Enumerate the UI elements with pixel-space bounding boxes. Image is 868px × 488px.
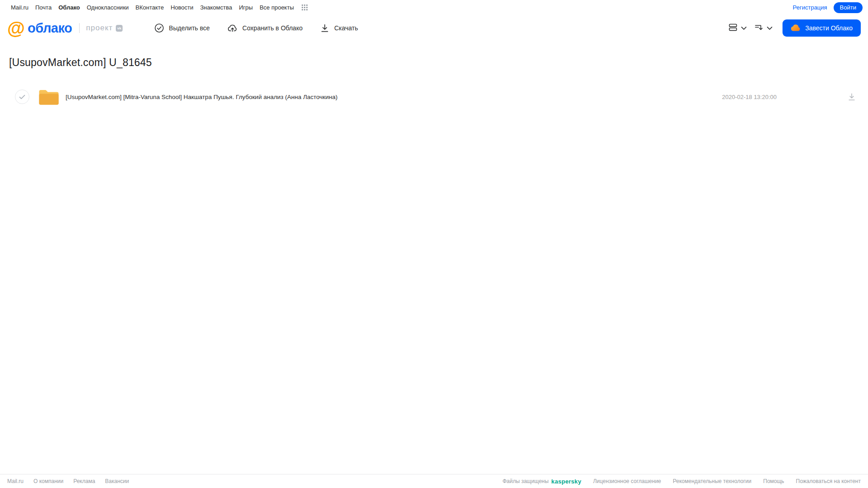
main-content: [UsupovMarket.com] U_81645 [UsupovMarket…	[0, 41, 868, 474]
list-view-icon	[728, 23, 738, 33]
footer-link-recommendation-tech[interactable]: Рекомендательные технологии	[673, 478, 752, 484]
view-mode-button[interactable]	[728, 23, 747, 33]
topnav-item-mail[interactable]: Почта	[35, 4, 52, 11]
topnav-item-vkontakte[interactable]: ВКонтакте	[136, 4, 164, 11]
cloud-logo[interactable]: @ облако проект vk	[7, 19, 123, 37]
download-icon	[320, 23, 330, 33]
page-footer: Mail.ru О компании Реклама Вакансии Файл…	[0, 474, 868, 488]
footer-link-license[interactable]: Лицензионное соглашение	[593, 478, 661, 484]
topnav-item-mailru[interactable]: Mail.ru	[11, 4, 28, 11]
footer-right-links: Файлы защищены kaspersky Лицензионное со…	[503, 478, 861, 485]
portal-top-nav: Mail.ru Почта Облако Одноклассники ВКонт…	[0, 0, 868, 15]
file-name-link[interactable]: [UsupovMarket.com] [Mitra-Varuna School]…	[66, 94, 722, 100]
protected-by-label: Файлы защищены	[503, 478, 549, 484]
kaspersky-protection: Файлы защищены kaspersky	[503, 478, 581, 485]
topnav-item-odnoklassniki[interactable]: Одноклассники	[87, 4, 129, 11]
sort-button[interactable]	[754, 23, 773, 33]
mailru-at-icon: @	[7, 19, 25, 37]
registration-link[interactable]: Регистрация	[793, 4, 827, 11]
cloud-icon	[791, 24, 801, 33]
footer-link-mailru[interactable]: Mail.ru	[7, 478, 24, 484]
cloud-upload-icon	[227, 23, 238, 33]
file-toolbar: Выделить все Сохранить в Облако Скачать	[154, 23, 358, 33]
topnav-item-news[interactable]: Новости	[171, 4, 193, 11]
select-all-label: Выделить все	[169, 24, 210, 32]
portal-links: Mail.ru Почта Облако Одноклассники ВКонт…	[11, 4, 308, 11]
footer-left-links: Mail.ru О компании Реклама Вакансии	[7, 478, 129, 484]
folder-icon[interactable]	[38, 88, 59, 105]
save-to-cloud-label: Сохранить в Облако	[242, 24, 303, 32]
save-to-cloud-button[interactable]: Сохранить в Облако	[227, 23, 303, 33]
topnav-item-cloud[interactable]: Облако	[58, 4, 80, 11]
chevron-down-icon	[741, 25, 747, 32]
download-label: Скачать	[334, 24, 358, 32]
page-title: [UsupovMarket.com] U_81645	[9, 57, 868, 69]
get-cloud-button[interactable]: Завести Облако	[783, 19, 861, 37]
footer-link-jobs[interactable]: Вакансии	[105, 478, 129, 484]
all-projects-grid-icon[interactable]	[302, 5, 308, 10]
logo-divider	[79, 23, 80, 33]
chevron-down-icon	[767, 25, 773, 32]
select-all-button[interactable]: Выделить все	[154, 23, 210, 33]
logo-text: облако	[28, 21, 72, 36]
sort-icon	[754, 23, 764, 33]
auth-area: Регистрация Войти	[793, 2, 863, 13]
file-row[interactable]: [UsupovMarket.com] [Mitra-Varuna School]…	[0, 87, 868, 107]
vk-badge-icon: vk	[116, 25, 123, 32]
check-circle-icon	[154, 23, 164, 33]
topnav-item-games[interactable]: Игры	[239, 4, 253, 11]
file-modified-date: 2020-02-18 13:20:00	[722, 94, 777, 100]
footer-link-report-content[interactable]: Пожаловаться на контент	[796, 478, 861, 484]
header-right-controls: Завести Облако	[728, 19, 861, 37]
kaspersky-logo[interactable]: kaspersky	[551, 478, 581, 485]
topnav-item-all-projects[interactable]: Все проекты	[260, 4, 294, 11]
download-button[interactable]: Скачать	[320, 23, 358, 33]
footer-link-help[interactable]: Помощь	[763, 478, 784, 484]
row-download-icon[interactable]	[847, 92, 856, 101]
topnav-item-dating[interactable]: Знакомства	[200, 4, 232, 11]
project-label: проект	[86, 24, 113, 33]
footer-link-ads[interactable]: Реклама	[73, 478, 95, 484]
login-button[interactable]: Войти	[834, 2, 863, 13]
app-header: @ облако проект vk Выделить все Сохранит	[0, 15, 868, 41]
get-cloud-label: Завести Облако	[805, 24, 853, 32]
row-checkbox[interactable]	[15, 90, 29, 104]
footer-link-about[interactable]: О компании	[33, 478, 63, 484]
